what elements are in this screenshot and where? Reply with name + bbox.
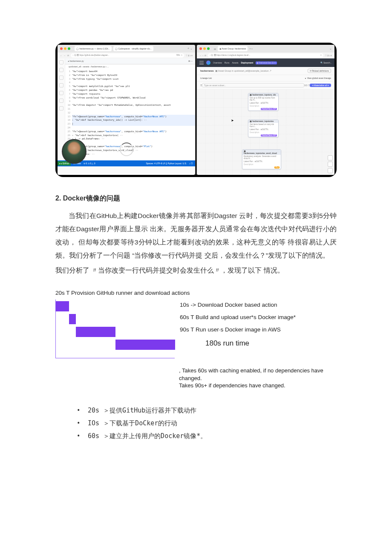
lineage-tabs[interactable]: Lineage List [200,77,212,79]
reload-definitions-button[interactable]: ⟳ Reload definitions [308,69,331,73]
browser-tab[interactable]: ◯ Codespaces · simplify dagster-clo... [113,46,153,51]
gantt-step-label: 60s T Build and upload user*s Docker ima… [180,314,337,322]
gantt-bars [55,299,175,358]
search-icon[interactable] [59,68,63,72]
breadcrumb[interactable]: quickstart_etl › assets › hackernews.py … [65,64,195,69]
section-heading: 2. Docker镜像的问题 [55,194,337,203]
explorer-icon[interactable] [59,60,63,64]
url-field[interactable]: ○ ⓐ ☰ https://github.dev/jhelden-dagster… [71,53,184,58]
dagster-topbar: Overview Runs Assets Deployment ▮ Trial … [197,58,334,67]
gantt-bar [56,301,69,311]
trial-badge[interactable]: ▮ Trial ends Dec 21 ▾ [256,61,277,64]
browser-tab[interactable]: ◯ hackernews.py — demo-1 [Git... [75,46,112,51]
gantt-bar [115,340,175,350]
view-lineage-link[interactable]: ▸ View global asset lineage [305,77,331,79]
asset-filter-input[interactable]: Type an asset subset... [202,83,304,87]
nav-deployment[interactable]: Deployment [241,61,254,64]
nav-overview[interactable]: Overview [213,61,222,64]
problems-indicator[interactable]: ⊘ 0 ⚠ 0 △ 0 [84,162,95,165]
gantt-bar [69,314,76,324]
asset-node[interactable]: ▣ hackernews_topstories_word_cloudExplor… [242,149,281,169]
list-item: 20s ＞提供GitHub运行器并下载动作 [77,404,337,417]
search-link[interactable]: 🔍 Search... [320,61,332,64]
nav-assets[interactable]: Assets [232,61,239,64]
extensions-icon[interactable] [59,91,63,95]
code-editor-pane: ◯ hackernews.py — demo-1 [Git... ◯ Codes… [58,45,195,175]
body-paragraph: 当我们在GitHub上构建Docker镜像并将其部署到Dagster 云时，每次… [55,209,337,262]
reload-icon[interactable]: ⟳ [67,55,69,57]
menu-icon[interactable] [199,61,204,64]
cube-icon: ▣ [215,70,218,72]
gantt-step-label: 90s T Run user·s Docker image in AWS [180,326,337,334]
loading-spinner [120,142,133,156]
gantt-chart: 10s -> Download Docker based action 60s … [55,299,337,358]
dagster-logo-icon [206,61,210,65]
remote-icon[interactable] [59,99,63,103]
gantt-title: 20s T Provision GitHub runner and downlo… [55,290,337,296]
asset-graph-canvas[interactable]: ➤ ▣ hackernews_topstory_idsGet up to 500… [197,90,334,175]
total-runtime-label: 180s run time [180,338,337,349]
list-item: 60s ＞建立并上传用户的Docker镜像*。 [77,430,337,442]
github-icon[interactable] [59,106,63,110]
materialize-all-button[interactable]: ☀ Materialize all ▾ [310,84,331,87]
zoom-out-button[interactable] [328,162,333,167]
gantt-footnote: , Takes 60s with caching enabled, if no … [179,367,337,389]
asset-node[interactable]: ▣ hackernews_topstory_idsGet up to 500 t… [248,93,279,111]
nav-back-icon[interactable]: ← [60,55,62,57]
debug-icon[interactable] [59,83,63,87]
gantt-step-label: 10s -> Download Docker based action [180,301,337,309]
browser-tab[interactable]: ◉ Asset Group: hackernews [218,46,248,51]
fit-button[interactable] [328,168,333,173]
cursor-icon: ➤ [231,119,234,122]
browser-tabstrip-left: ◯ hackernews.py — demo-1 [Git... ◯ Codes… [58,45,195,52]
editor-tab[interactable]: ● hackernews.py ⊞ ⋯ [65,58,195,64]
nav-runs[interactable]: Runs [225,61,230,64]
bullet-list: 20s ＞提供GitHub运行器并下载动作IOs ＞下载基于DoCker的行动6… [55,404,337,442]
dagster-pane: ⊞ ◉ Asset Group: hackernews × + ⌄ ← → ⟳ … [197,45,334,175]
address-bar-left: ← → ⟳ ○ ⓐ ☰ https://github.dev/jhelden-d… [58,52,195,58]
embedded-screenshot: ◯ hackernews.py — demo-1 [Git... ◯ Codes… [55,43,337,177]
address-bar-right: ← → ⟳ ○ ⓐ ☰ https://demo-1.dogfood.dagst… [197,52,334,58]
gantt-labels: 10s -> Download Docker based action 60s … [180,299,337,358]
gantt-bar [76,327,115,337]
nav-fwd-icon[interactable]: → [64,55,66,57]
list-item: IOs ＞下载基于DoCker的行动 [77,417,337,430]
page-title: hackernews [200,70,214,72]
dagster-subheader: hackernews ▣ Asset Group in quickstart_e… [197,67,334,75]
browser-tabstrip-right: ⊞ ◉ Asset Group: hackernews × + ⌄ [197,45,334,52]
url-field[interactable]: ○ ⓐ ☰ https://demo-1.dogfood.dagster.clo… [208,53,323,58]
body-paragraph: 我们分析了 〃当你改变一行代码并提交时会发生什么〃，发现了以下 情况。 [55,264,337,277]
asset-node[interactable]: ▣ hackernews_topstoriesGet items based o… [248,119,279,137]
zoom-in-button[interactable] [328,155,333,160]
scm-icon[interactable] [59,76,63,80]
presenter-webcam [62,139,86,164]
